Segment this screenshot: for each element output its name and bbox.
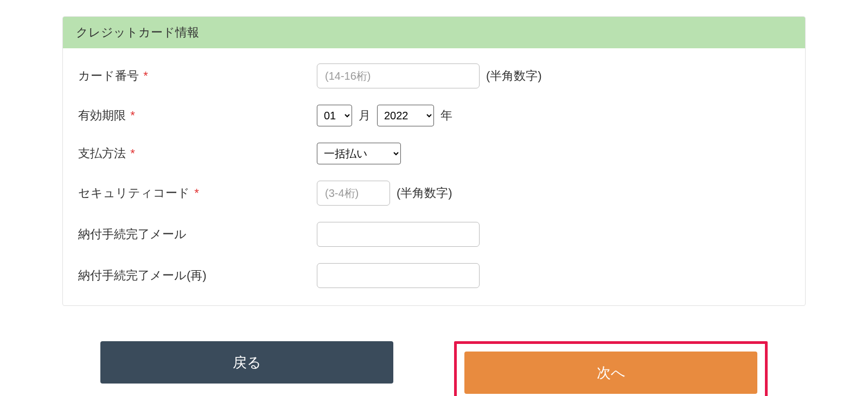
- panel-body: カード番号 * (半角数字) 有効期限 * 01 月: [63, 48, 805, 305]
- security-code-row: セキュリティコード * (半角数字): [78, 181, 790, 206]
- email-confirm-label: 納付手続完了メール(再): [78, 267, 317, 284]
- email-label: 納付手続完了メール: [78, 226, 317, 242]
- button-row: 戻る 次へ: [62, 341, 806, 396]
- email-confirm-input[interactable]: [317, 263, 480, 288]
- payment-method-label: 支払方法 *: [78, 145, 317, 162]
- next-button[interactable]: 次へ: [464, 352, 757, 394]
- card-number-input[interactable]: [317, 63, 480, 88]
- expiry-year-select[interactable]: 2022: [377, 105, 434, 126]
- expiry-label: 有効期限 *: [78, 107, 317, 124]
- year-unit: 年: [441, 107, 452, 124]
- credit-card-panel: クレジットカード情報 カード番号 * (半角数字) 有効期限 *: [62, 16, 806, 306]
- required-mark: *: [194, 186, 199, 200]
- required-mark: *: [130, 108, 135, 122]
- card-number-label: カード番号 *: [78, 68, 317, 84]
- security-code-label-text: セキュリティコード: [78, 186, 190, 200]
- expiry-month-select[interactable]: 01: [317, 105, 352, 126]
- payment-method-select[interactable]: 一括払い: [317, 143, 401, 164]
- security-code-label: セキュリティコード *: [78, 185, 317, 201]
- payment-method-row: 支払方法 * 一括払い: [78, 143, 790, 164]
- expiry-label-text: 有効期限: [78, 108, 126, 122]
- security-code-input[interactable]: [317, 181, 390, 206]
- required-mark: *: [143, 69, 148, 82]
- payment-method-label-text: 支払方法: [78, 146, 126, 160]
- card-number-hint: (半角数字): [486, 68, 542, 84]
- required-mark: *: [130, 146, 135, 160]
- email-confirm-row: 納付手続完了メール(再): [78, 263, 790, 288]
- email-input[interactable]: [317, 222, 480, 247]
- next-button-highlight: 次へ: [454, 341, 768, 396]
- back-button[interactable]: 戻る: [100, 341, 393, 384]
- expiry-row: 有効期限 * 01 月 2022 年: [78, 105, 790, 126]
- card-number-label-text: カード番号: [78, 69, 139, 82]
- card-number-row: カード番号 * (半角数字): [78, 63, 790, 88]
- email-row: 納付手続完了メール: [78, 222, 790, 247]
- panel-title: クレジットカード情報: [63, 17, 805, 48]
- security-code-hint: (半角数字): [397, 185, 452, 201]
- month-unit: 月: [359, 107, 371, 124]
